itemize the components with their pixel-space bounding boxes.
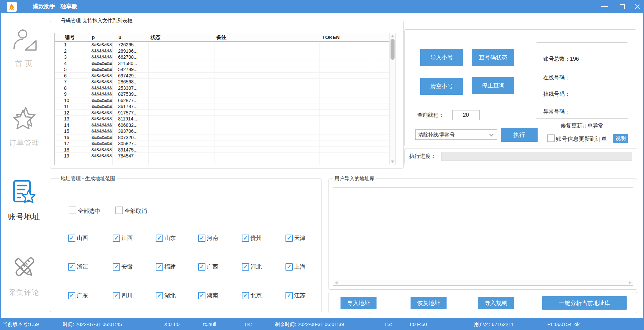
province-checkbox-item[interactable]: ✓ 四川 xyxy=(113,292,156,321)
order-star-icon xyxy=(10,129,38,135)
province-checkbox-item[interactable]: ✓ 福建 xyxy=(156,263,198,292)
checked-checkbox-icon: ✓ xyxy=(68,292,75,299)
table-row[interactable]: 2 &&&&&&&& 289196... xyxy=(55,48,389,54)
status-xt: X:0 T:0 xyxy=(164,318,179,330)
scroll-up-icon[interactable] xyxy=(391,35,394,37)
province-checkbox-item[interactable]: ✓ 广东 xyxy=(68,292,113,321)
close-button[interactable] xyxy=(630,0,644,13)
restore-address-button[interactable]: 恢复地址 xyxy=(411,297,447,309)
action-select[interactable]: 清除掉线/异常号 xyxy=(415,129,497,140)
status-remaining: 剩余时间: 2022-08-31 06:01:39 xyxy=(275,318,344,330)
scrollbar-thumb[interactable] xyxy=(391,39,395,60)
table-row[interactable]: 8 &&&&&&&& 253307... xyxy=(55,85,389,91)
minimize-button[interactable] xyxy=(597,0,612,13)
province-label: 山西 xyxy=(77,235,88,242)
account-list[interactable]: 编号 p u 状态 备注 TOKEN 1 &&&&&&&& 726265... … xyxy=(54,33,396,165)
sidebar-item-label: 采集评论 xyxy=(0,288,48,298)
province-checkbox-item[interactable]: ✓ 安徽 xyxy=(113,263,156,292)
table-row[interactable]: 4 &&&&&&&& 311580... xyxy=(55,60,389,67)
clear-accounts-button[interactable]: 清空小号 xyxy=(420,78,463,95)
import-address-button[interactable]: 导入地址 xyxy=(341,297,377,309)
execute-button[interactable]: 执行 xyxy=(501,128,538,142)
province-label: 山东 xyxy=(164,235,176,242)
select-all-label[interactable]: 全部选中 xyxy=(78,207,100,215)
table-row[interactable]: 6 &&&&&&&& 697429... xyxy=(55,73,389,79)
row-number: 15 xyxy=(64,128,69,134)
sidebar-item-home[interactable]: 首 页 xyxy=(0,27,48,69)
horizontal-scrollbar[interactable] xyxy=(334,280,633,285)
table-row[interactable]: 16 &&&&&&&& 807320... xyxy=(55,134,389,141)
deselect-all-checkbox[interactable] xyxy=(115,207,123,214)
table-row[interactable]: 15 &&&&&&&& 393706... xyxy=(55,128,389,134)
checked-checkbox-icon: ✓ xyxy=(198,263,205,271)
sidebar-item-collect-comments[interactable]: 采集评论 xyxy=(0,254,48,298)
address-library-textarea[interactable] xyxy=(333,187,633,286)
table-row[interactable]: 17 &&&&&&&& 305827... xyxy=(55,140,389,147)
province-checkbox-item[interactable]: ✓ 浙江 xyxy=(68,263,113,292)
user-address-title: 用户导入的地址库 xyxy=(333,176,376,182)
province-checkbox-item[interactable]: ✓ 广西 xyxy=(198,263,242,292)
table-row[interactable]: 12 &&&&&&&& 917577... xyxy=(55,110,389,116)
help-button[interactable]: 说明 xyxy=(613,134,628,143)
row-password-masked: &&&&&&&& xyxy=(91,91,112,96)
province-checkbox-item[interactable]: ✓ 河南 xyxy=(198,235,242,263)
table-row[interactable]: 9 &&&&&&&& 827539... xyxy=(55,91,389,97)
province-checkbox-item[interactable]: ✓ 北京 xyxy=(242,292,285,321)
province-label: 浙江 xyxy=(77,263,88,271)
row-user-id: 393706... xyxy=(118,128,137,134)
table-row[interactable]: 14 &&&&&&&& 606832... xyxy=(55,122,389,128)
column-header: u xyxy=(118,34,121,40)
column-header: 编号 xyxy=(65,34,75,41)
table-row[interactable]: 18 &&&&&&&& 891475... xyxy=(55,147,389,153)
table-row[interactable]: 1 &&&&&&&& 726265... xyxy=(55,42,389,48)
vertical-scrollbar[interactable] xyxy=(389,33,395,164)
province-checkbox-item[interactable]: ✓ 山西 xyxy=(68,235,113,263)
table-row[interactable]: 11 &&&&&&&& 361787... xyxy=(55,103,389,110)
stat-total-value: 196 xyxy=(570,56,579,62)
province-checkbox-item[interactable]: ✓ 河北 xyxy=(242,263,285,292)
analyze-address-library-button[interactable]: 一键分析当前地址库 xyxy=(542,296,627,310)
table-row[interactable]: 13 &&&&&&&& 811914... xyxy=(55,116,389,122)
province-checkbox-item[interactable]: ✓ 湖南 xyxy=(198,292,242,321)
check-number-status-button[interactable]: 查号码状态 xyxy=(472,49,514,66)
province-checkbox-item[interactable]: ✓ 天津 xyxy=(285,235,326,263)
table-row[interactable]: 5 &&&&&&&& 542789... xyxy=(55,66,389,73)
thread-count-input[interactable] xyxy=(452,110,480,120)
row-user-id: 807320... xyxy=(118,135,137,140)
checked-checkbox-icon: ✓ xyxy=(68,235,75,242)
province-checkbox-item[interactable]: ✓ 湖北 xyxy=(156,292,198,321)
province-checkbox-item[interactable]: ✓ 上海 xyxy=(285,263,326,292)
table-row[interactable]: 7 &&&&&&&& 286568... xyxy=(55,79,389,85)
query-panel-group: 导入小号 查号码状态 清空小号 停止查询 查询线程： 账号总数：196 在线号码… xyxy=(404,29,636,146)
table-row[interactable]: 3 &&&&&&&& 662708... xyxy=(55,54,389,60)
progress-group: 执行进度： xyxy=(404,148,636,164)
row-user-id: 361787... xyxy=(118,104,137,109)
sidebar-item-orders[interactable]: 订单管理 xyxy=(0,105,48,148)
table-row[interactable]: 10 &&&&&&&& 662877... xyxy=(55,97,389,104)
import-rules-button[interactable]: 导入规则 xyxy=(478,297,514,309)
scroll-down-icon[interactable] xyxy=(391,160,394,163)
stop-query-button[interactable]: 停止查询 xyxy=(472,77,514,94)
province-checkbox-item[interactable]: ✓ 江西 xyxy=(113,235,156,263)
province-checkbox-item[interactable]: ✓ 山东 xyxy=(156,235,198,263)
sidebar-item-account-address[interactable]: 账号地址 xyxy=(0,178,48,222)
select-all-checkbox[interactable] xyxy=(69,207,76,214)
table-row[interactable]: 19 &&&&&&&& 784547 xyxy=(55,153,389,159)
update-order-checkbox-label[interactable]: 账号信息更新到订单 xyxy=(556,135,607,143)
deselect-all-label[interactable]: 全部取消 xyxy=(124,207,147,215)
import-accounts-button[interactable]: 导入小号 xyxy=(420,49,463,66)
checked-checkbox-icon: ✓ xyxy=(113,263,120,271)
row-number: 18 xyxy=(64,147,69,152)
scroll-right-icon[interactable] xyxy=(629,281,631,284)
scroll-left-icon[interactable] xyxy=(335,281,338,284)
province-label: 广东 xyxy=(77,292,88,299)
checked-checkbox-icon: ✓ xyxy=(113,292,120,299)
checked-checkbox-icon: ✓ xyxy=(242,263,249,271)
maximize-button[interactable] xyxy=(615,0,630,13)
column-header: 备注 xyxy=(216,34,226,41)
address-management-title: 地址管理 - 生成地址范围 xyxy=(59,176,117,182)
province-checkbox-item[interactable]: ✓ 贵州 xyxy=(242,235,285,263)
row-user-id: 289196... xyxy=(118,48,137,54)
province-checkbox-item[interactable]: ✓ 江苏 xyxy=(285,292,326,321)
update-order-checkbox[interactable] xyxy=(547,134,555,142)
